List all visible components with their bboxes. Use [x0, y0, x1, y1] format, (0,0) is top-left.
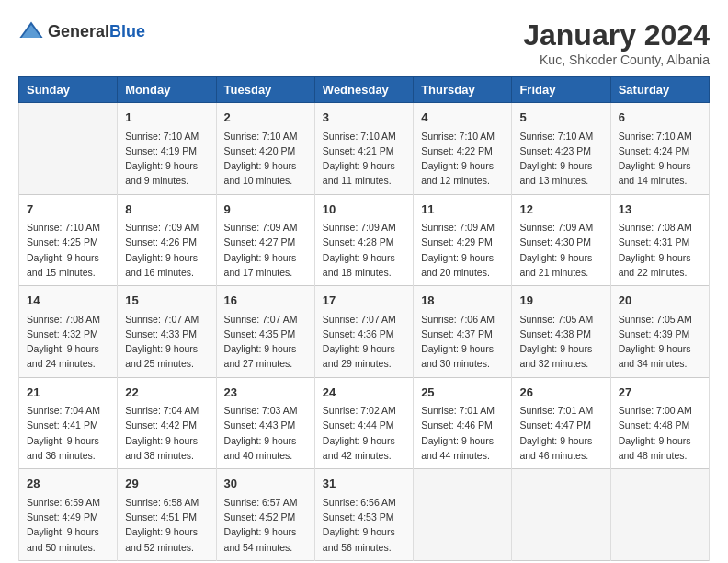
- calendar-cell: 27Sunrise: 7:00 AM Sunset: 4:48 PM Dayli…: [610, 377, 709, 469]
- col-friday: Friday: [512, 77, 610, 103]
- calendar-cell: 13Sunrise: 7:08 AM Sunset: 4:31 PM Dayli…: [610, 194, 709, 286]
- day-number: 7: [27, 201, 109, 219]
- calendar-cell: 25Sunrise: 7:01 AM Sunset: 4:46 PM Dayli…: [414, 377, 512, 469]
- day-info: Sunrise: 7:10 AM Sunset: 4:25 PM Dayligh…: [27, 220, 109, 280]
- day-info: Sunrise: 7:09 AM Sunset: 4:29 PM Dayligh…: [421, 220, 504, 280]
- day-number: 27: [619, 384, 701, 402]
- day-number: 11: [421, 201, 504, 219]
- title-section: January 2024 Kuc, Shkoder County, Albani…: [523, 18, 710, 67]
- day-info: Sunrise: 7:10 AM Sunset: 4:23 PM Dayligh…: [519, 129, 602, 189]
- day-number: 14: [27, 292, 109, 310]
- calendar-cell: [512, 469, 610, 561]
- day-number: 15: [125, 292, 208, 310]
- col-monday: Monday: [118, 77, 216, 103]
- calendar-cell: 23Sunrise: 7:03 AM Sunset: 4:43 PM Dayli…: [216, 377, 314, 469]
- day-info: Sunrise: 7:10 AM Sunset: 4:22 PM Dayligh…: [421, 129, 504, 189]
- calendar-cell: 31Sunrise: 6:56 AM Sunset: 4:53 PM Dayli…: [314, 469, 413, 561]
- day-number: 31: [323, 475, 405, 493]
- day-info: Sunrise: 7:05 AM Sunset: 4:39 PM Dayligh…: [619, 312, 701, 372]
- calendar-cell: 21Sunrise: 7:04 AM Sunset: 4:41 PM Dayli…: [19, 377, 118, 469]
- calendar-cell: 5Sunrise: 7:10 AM Sunset: 4:23 PM Daylig…: [512, 103, 610, 195]
- day-number: 25: [421, 384, 504, 402]
- day-number: 5: [519, 109, 602, 127]
- day-info: Sunrise: 6:58 AM Sunset: 4:51 PM Dayligh…: [125, 495, 208, 555]
- day-info: Sunrise: 6:56 AM Sunset: 4:53 PM Dayligh…: [323, 495, 405, 555]
- day-info: Sunrise: 7:10 AM Sunset: 4:21 PM Dayligh…: [323, 129, 405, 189]
- calendar-cell: [19, 103, 118, 195]
- day-number: 9: [224, 201, 307, 219]
- day-info: Sunrise: 7:07 AM Sunset: 4:35 PM Dayligh…: [224, 312, 307, 372]
- calendar-cell: [610, 469, 709, 561]
- calendar-week-row: 1Sunrise: 7:10 AM Sunset: 4:19 PM Daylig…: [19, 103, 710, 195]
- calendar-cell: 18Sunrise: 7:06 AM Sunset: 4:37 PM Dayli…: [414, 286, 512, 378]
- day-info: Sunrise: 7:01 AM Sunset: 4:46 PM Dayligh…: [421, 403, 504, 463]
- calendar-cell: 6Sunrise: 7:10 AM Sunset: 4:24 PM Daylig…: [610, 103, 709, 195]
- logo-icon: [18, 18, 44, 44]
- calendar-cell: 3Sunrise: 7:10 AM Sunset: 4:21 PM Daylig…: [314, 103, 413, 195]
- calendar-cell: 30Sunrise: 6:57 AM Sunset: 4:52 PM Dayli…: [216, 469, 314, 561]
- calendar-cell: 26Sunrise: 7:01 AM Sunset: 4:47 PM Dayli…: [512, 377, 610, 469]
- day-info: Sunrise: 7:00 AM Sunset: 4:48 PM Dayligh…: [619, 403, 701, 463]
- calendar-cell: 2Sunrise: 7:10 AM Sunset: 4:20 PM Daylig…: [216, 103, 314, 195]
- day-info: Sunrise: 7:09 AM Sunset: 4:28 PM Dayligh…: [323, 220, 405, 280]
- day-info: Sunrise: 7:06 AM Sunset: 4:37 PM Dayligh…: [421, 312, 504, 372]
- calendar-week-row: 21Sunrise: 7:04 AM Sunset: 4:41 PM Dayli…: [19, 377, 710, 469]
- day-number: 12: [519, 201, 602, 219]
- day-number: 28: [27, 475, 109, 493]
- day-info: Sunrise: 7:04 AM Sunset: 4:41 PM Dayligh…: [27, 403, 109, 463]
- calendar-body: 1Sunrise: 7:10 AM Sunset: 4:19 PM Daylig…: [19, 103, 710, 561]
- day-number: 17: [323, 292, 405, 310]
- calendar-cell: 15Sunrise: 7:07 AM Sunset: 4:33 PM Dayli…: [118, 286, 216, 378]
- calendar-table: Sunday Monday Tuesday Wednesday Thursday…: [18, 76, 710, 561]
- day-number: 20: [619, 292, 701, 310]
- day-number: 3: [323, 109, 405, 127]
- col-sunday: Sunday: [19, 77, 118, 103]
- day-info: Sunrise: 7:09 AM Sunset: 4:27 PM Dayligh…: [224, 220, 307, 280]
- day-info: Sunrise: 7:02 AM Sunset: 4:44 PM Dayligh…: [323, 403, 405, 463]
- day-number: 8: [125, 201, 208, 219]
- day-number: 6: [619, 109, 701, 127]
- day-number: 16: [224, 292, 307, 310]
- day-info: Sunrise: 7:10 AM Sunset: 4:20 PM Dayligh…: [224, 129, 307, 189]
- calendar-cell: 12Sunrise: 7:09 AM Sunset: 4:30 PM Dayli…: [512, 194, 610, 286]
- page-header: GeneralBlue January 2024 Kuc, Shkoder Co…: [18, 18, 710, 67]
- calendar-cell: 11Sunrise: 7:09 AM Sunset: 4:29 PM Dayli…: [414, 194, 512, 286]
- calendar-cell: 28Sunrise: 6:59 AM Sunset: 4:49 PM Dayli…: [19, 469, 118, 561]
- col-thursday: Thursday: [414, 77, 512, 103]
- calendar-cell: 8Sunrise: 7:09 AM Sunset: 4:26 PM Daylig…: [118, 194, 216, 286]
- calendar-week-row: 14Sunrise: 7:08 AM Sunset: 4:32 PM Dayli…: [19, 286, 710, 378]
- calendar-header-row: Sunday Monday Tuesday Wednesday Thursday…: [19, 77, 710, 103]
- day-number: 23: [224, 384, 307, 402]
- calendar-cell: 19Sunrise: 7:05 AM Sunset: 4:38 PM Dayli…: [512, 286, 610, 378]
- day-number: 4: [421, 109, 504, 127]
- day-number: 10: [323, 201, 405, 219]
- day-number: 2: [224, 109, 307, 127]
- calendar-cell: 10Sunrise: 7:09 AM Sunset: 4:28 PM Dayli…: [314, 194, 413, 286]
- calendar-cell: 14Sunrise: 7:08 AM Sunset: 4:32 PM Dayli…: [19, 286, 118, 378]
- calendar-cell: 22Sunrise: 7:04 AM Sunset: 4:42 PM Dayli…: [118, 377, 216, 469]
- calendar-cell: [414, 469, 512, 561]
- calendar-cell: 20Sunrise: 7:05 AM Sunset: 4:39 PM Dayli…: [610, 286, 709, 378]
- calendar-cell: 24Sunrise: 7:02 AM Sunset: 4:44 PM Dayli…: [314, 377, 413, 469]
- day-info: Sunrise: 7:08 AM Sunset: 4:32 PM Dayligh…: [27, 312, 109, 372]
- day-number: 1: [125, 109, 208, 127]
- calendar-cell: 1Sunrise: 7:10 AM Sunset: 4:19 PM Daylig…: [118, 103, 216, 195]
- location-subtitle: Kuc, Shkoder County, Albania: [523, 52, 710, 67]
- day-info: Sunrise: 7:07 AM Sunset: 4:33 PM Dayligh…: [125, 312, 208, 372]
- logo-general-text: GeneralBlue: [48, 23, 145, 40]
- day-number: 30: [224, 475, 307, 493]
- day-info: Sunrise: 6:59 AM Sunset: 4:49 PM Dayligh…: [27, 495, 109, 555]
- day-number: 26: [519, 384, 602, 402]
- day-info: Sunrise: 7:04 AM Sunset: 4:42 PM Dayligh…: [125, 403, 208, 463]
- col-saturday: Saturday: [610, 77, 709, 103]
- day-number: 24: [323, 384, 405, 402]
- day-number: 22: [125, 384, 208, 402]
- day-number: 19: [519, 292, 602, 310]
- day-number: 18: [421, 292, 504, 310]
- col-tuesday: Tuesday: [216, 77, 314, 103]
- calendar-cell: 9Sunrise: 7:09 AM Sunset: 4:27 PM Daylig…: [216, 194, 314, 286]
- month-year-title: January 2024: [523, 18, 710, 52]
- logo: GeneralBlue: [18, 18, 145, 44]
- day-info: Sunrise: 7:08 AM Sunset: 4:31 PM Dayligh…: [619, 220, 701, 280]
- calendar-week-row: 7Sunrise: 7:10 AM Sunset: 4:25 PM Daylig…: [19, 194, 710, 286]
